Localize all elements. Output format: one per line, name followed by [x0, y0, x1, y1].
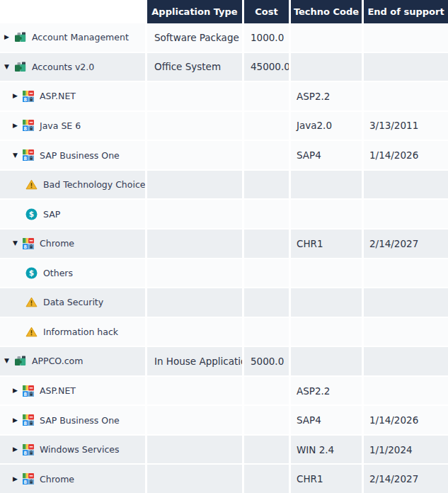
cell-cost	[244, 112, 291, 140]
svg-text:8: 8	[23, 391, 27, 396]
cell-application-type	[147, 200, 244, 228]
table-row[interactable]: $Others	[0, 259, 448, 289]
column-headers: Application TypeCostTechno CodeEnd of su…	[147, 0, 448, 23]
table-row[interactable]: ▶8ASP.NETASP2.2	[0, 82, 448, 112]
cell-cost	[244, 406, 291, 434]
cell-end-of-support: 1/1/2024	[364, 436, 448, 464]
cell-techno-code: ASP2.2	[291, 377, 364, 405]
tree-item-label: SAP Business One	[40, 415, 120, 426]
cell-techno-code	[291, 200, 364, 228]
cell-cost	[244, 465, 291, 493]
cell-techno-code	[291, 259, 364, 288]
cell-end-of-support: 2/14/2027	[364, 465, 448, 493]
collapse-arrow-icon[interactable]: ▼	[13, 240, 23, 246]
expand-arrow-icon[interactable]: ▶	[13, 417, 23, 424]
collapse-arrow-icon[interactable]: ▼	[4, 358, 14, 364]
tree-cell: Bad Technology Choices	[0, 171, 147, 199]
cell-cost	[244, 259, 291, 288]
cell-application-type	[147, 141, 244, 169]
cell-techno-code	[291, 171, 364, 199]
column-header-cost[interactable]: Cost	[244, 0, 291, 23]
table-row[interactable]: ▼8ChromeCHR12/14/2027	[0, 230, 448, 259]
technology-icon: 8	[23, 444, 34, 455]
expand-arrow-icon[interactable]: ▶	[13, 446, 23, 453]
svg-text:8: 8	[23, 156, 27, 161]
application-icon	[14, 356, 26, 366]
technology-icon: 8	[23, 238, 34, 249]
cell-cost: 1000.0	[244, 23, 291, 52]
tree-cell: ▼APPCO.com	[0, 347, 147, 375]
tree-item-label: SAP	[43, 209, 60, 220]
cell-cost	[244, 171, 291, 199]
expand-arrow-icon[interactable]: ▶	[13, 387, 23, 394]
cell-cost: 45000.0	[244, 53, 291, 81]
cell-end-of-support	[364, 82, 448, 110]
cell-application-type	[147, 465, 244, 493]
cell-application-type	[147, 171, 244, 199]
tree-item-label: Bad Technology Choices	[43, 179, 147, 190]
expand-arrow-icon[interactable]: ▶	[13, 476, 23, 482]
cell-application-type	[147, 377, 244, 405]
technology-icon: 8	[23, 91, 34, 102]
cell-cost	[244, 288, 291, 317]
table-row[interactable]: ▶Account ManagementSoftware Package1000.…	[0, 23, 448, 53]
tree-table: Application TypeCostTechno CodeEnd of su…	[0, 0, 448, 493]
tree-item-label: Data Security	[43, 297, 103, 307]
tree-cell: ▶8Java SE 6	[0, 112, 147, 140]
cell-end-of-support	[364, 53, 448, 81]
tree-cell: $Others	[0, 259, 147, 288]
table-row[interactable]: Information hack	[0, 318, 448, 348]
table-row[interactable]: Bad Technology Choices	[0, 171, 448, 200]
column-header-application-type[interactable]: Application Type	[147, 0, 244, 23]
cell-application-type	[147, 436, 244, 464]
cell-end-of-support: 1/14/2026	[364, 406, 448, 434]
table-row[interactable]: ▼APPCO.comIn House Application5000.0	[0, 347, 448, 377]
cell-techno-code: CHR1	[291, 230, 364, 258]
cell-techno-code	[291, 53, 364, 81]
cell-application-type	[147, 318, 244, 346]
cell-application-type: Office System	[147, 53, 244, 81]
warning-icon	[25, 297, 38, 307]
svg-text:8: 8	[23, 126, 27, 131]
cell-application-type: In House Application	[147, 347, 244, 375]
cell-application-type	[147, 82, 244, 110]
tree-item-label: Chrome	[40, 238, 74, 249]
cell-application-type	[147, 288, 244, 317]
table-row[interactable]: ▼Accounts v2.0Office System45000.0	[0, 53, 448, 83]
cell-techno-code: CHR1	[291, 465, 364, 493]
cell-application-type	[147, 230, 244, 258]
table-row[interactable]: ▶8Windows ServicesWIN 2.41/1/2024	[0, 436, 448, 465]
tree-item-label: Java SE 6	[40, 120, 81, 131]
tree-cell: Information hack	[0, 318, 147, 346]
cell-techno-code	[291, 288, 364, 317]
svg-text:8: 8	[23, 480, 27, 484]
column-header-techno-code[interactable]: Techno Code	[291, 0, 364, 23]
table-row[interactable]: ▼8SAP Business OneSAP41/14/2026	[0, 141, 448, 171]
cell-end-of-support	[364, 347, 448, 375]
table-row[interactable]: ▶8ASP.NETASP2.2	[0, 377, 448, 407]
collapse-arrow-icon[interactable]: ▼	[13, 152, 23, 159]
cell-cost	[244, 200, 291, 228]
table-row[interactable]: $SAP	[0, 200, 448, 230]
collapse-arrow-icon[interactable]: ▼	[4, 64, 14, 70]
tree-column-header-spacer	[0, 0, 147, 23]
column-header-end-of-support[interactable]: End of support	[364, 0, 448, 23]
warning-icon	[25, 327, 38, 337]
cell-techno-code: ASP2.2	[291, 82, 364, 110]
table-row[interactable]: ▶8SAP Business OneSAP41/14/2026	[0, 406, 448, 436]
tree-item-label: Accounts v2.0	[32, 62, 94, 72]
table-row[interactable]: Data Security	[0, 288, 448, 318]
tree-cell: ▶8Chrome	[0, 465, 147, 493]
technology-icon: 8	[23, 385, 34, 397]
tree-cell: ▶8SAP Business One	[0, 406, 147, 434]
tree-cell: ▶8ASP.NET	[0, 377, 147, 405]
cell-techno-code	[291, 347, 364, 375]
table-row[interactable]: ▶8Java SE 6Java2.03/13/2011	[0, 112, 448, 142]
application-icon	[14, 32, 26, 42]
application-icon	[14, 62, 26, 72]
expand-arrow-icon[interactable]: ▶	[13, 93, 23, 99]
expand-arrow-icon[interactable]: ▶	[4, 34, 14, 40]
table-row[interactable]: ▶8ChromeCHR12/14/2027	[0, 465, 448, 493]
expand-arrow-icon[interactable]: ▶	[13, 123, 23, 129]
money-icon: $	[25, 208, 38, 220]
